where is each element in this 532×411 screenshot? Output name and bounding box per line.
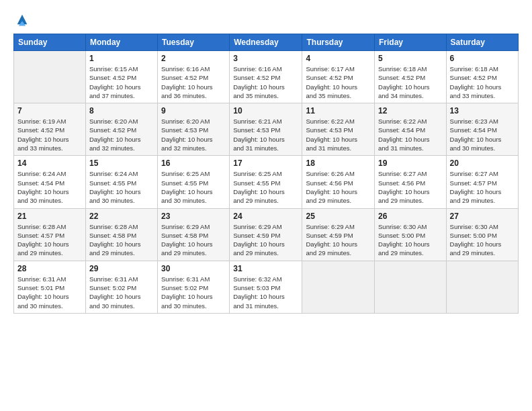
calendar-cell xyxy=(302,261,375,313)
calendar-cell: 30Sunrise: 6:31 AM Sunset: 5:02 PM Dayli… xyxy=(158,261,230,313)
day-number: 10 xyxy=(233,106,298,116)
day-number: 29 xyxy=(89,264,154,273)
calendar-cell: 29Sunrise: 6:31 AM Sunset: 5:02 PM Dayli… xyxy=(85,261,157,313)
day-info: Sunrise: 6:18 AM Sunset: 4:52 PM Dayligh… xyxy=(450,64,515,100)
day-number: 8 xyxy=(89,106,154,116)
day-info: Sunrise: 6:31 AM Sunset: 5:02 PM Dayligh… xyxy=(161,275,226,310)
calendar-cell: 9Sunrise: 6:20 AM Sunset: 4:53 PM Daylig… xyxy=(158,103,230,156)
calendar-cell: 20Sunrise: 6:27 AM Sunset: 4:57 PM Dayli… xyxy=(446,156,518,208)
weekday-header-thursday: Thursday xyxy=(302,34,375,51)
day-number: 6 xyxy=(450,54,515,63)
calendar-cell: 25Sunrise: 6:29 AM Sunset: 4:59 PM Dayli… xyxy=(302,208,375,261)
day-info: Sunrise: 6:22 AM Sunset: 4:53 PM Dayligh… xyxy=(306,117,371,152)
calendar-cell: 14Sunrise: 6:24 AM Sunset: 4:54 PM Dayli… xyxy=(14,156,86,208)
calendar-cell: 27Sunrise: 6:30 AM Sunset: 5:00 PM Dayli… xyxy=(446,208,518,261)
day-info: Sunrise: 6:26 AM Sunset: 4:56 PM Dayligh… xyxy=(306,169,371,205)
day-info: Sunrise: 6:21 AM Sunset: 4:53 PM Dayligh… xyxy=(233,117,298,152)
calendar-cell: 2Sunrise: 6:16 AM Sunset: 4:52 PM Daylig… xyxy=(158,51,230,103)
day-number: 21 xyxy=(17,212,82,221)
day-number: 4 xyxy=(306,54,371,63)
day-number: 14 xyxy=(17,158,82,168)
calendar-cell: 10Sunrise: 6:21 AM Sunset: 4:53 PM Dayli… xyxy=(230,103,302,156)
day-info: Sunrise: 6:15 AM Sunset: 4:52 PM Dayligh… xyxy=(89,64,154,100)
day-number: 7 xyxy=(17,106,82,116)
day-info: Sunrise: 6:20 AM Sunset: 4:53 PM Dayligh… xyxy=(161,117,226,152)
calendar-cell: 12Sunrise: 6:22 AM Sunset: 4:54 PM Dayli… xyxy=(375,103,447,156)
day-info: Sunrise: 6:24 AM Sunset: 4:54 PM Dayligh… xyxy=(17,169,82,205)
calendar-cell: 23Sunrise: 6:29 AM Sunset: 4:58 PM Dayli… xyxy=(158,208,230,261)
calendar-cell xyxy=(446,261,518,313)
day-number: 12 xyxy=(378,106,443,116)
day-info: Sunrise: 6:31 AM Sunset: 5:01 PM Dayligh… xyxy=(17,275,82,310)
calendar-cell: 3Sunrise: 6:16 AM Sunset: 4:52 PM Daylig… xyxy=(230,51,302,103)
calendar-cell: 22Sunrise: 6:28 AM Sunset: 4:58 PM Dayli… xyxy=(85,208,157,261)
day-number: 5 xyxy=(378,54,443,63)
day-number: 11 xyxy=(306,106,371,116)
calendar-cell: 28Sunrise: 6:31 AM Sunset: 5:01 PM Dayli… xyxy=(14,261,86,313)
day-number: 28 xyxy=(17,264,82,273)
day-info: Sunrise: 6:18 AM Sunset: 4:52 PM Dayligh… xyxy=(378,64,443,100)
day-number: 19 xyxy=(378,158,443,168)
day-info: Sunrise: 6:30 AM Sunset: 5:00 PM Dayligh… xyxy=(450,222,515,258)
logo-icon xyxy=(15,12,30,27)
day-info: Sunrise: 6:27 AM Sunset: 4:57 PM Dayligh… xyxy=(450,169,515,205)
day-number: 25 xyxy=(306,212,371,221)
calendar-table: SundayMondayTuesdayWednesdayThursdayFrid… xyxy=(13,34,519,314)
day-number: 2 xyxy=(161,54,226,63)
day-number: 27 xyxy=(450,212,515,221)
weekday-header-sunday: Sunday xyxy=(14,34,86,51)
day-number: 9 xyxy=(161,106,226,116)
weekday-header-wednesday: Wednesday xyxy=(230,34,302,51)
calendar-cell: 26Sunrise: 6:30 AM Sunset: 5:00 PM Dayli… xyxy=(375,208,447,261)
calendar-cell: 18Sunrise: 6:26 AM Sunset: 4:56 PM Dayli… xyxy=(302,156,375,208)
day-number: 1 xyxy=(89,54,154,63)
calendar-cell: 15Sunrise: 6:24 AM Sunset: 4:55 PM Dayli… xyxy=(85,156,157,208)
calendar-cell xyxy=(14,51,86,103)
calendar-cell: 8Sunrise: 6:20 AM Sunset: 4:52 PM Daylig… xyxy=(85,103,157,156)
day-number: 24 xyxy=(233,212,298,221)
calendar-cell: 19Sunrise: 6:27 AM Sunset: 4:56 PM Dayli… xyxy=(375,156,447,208)
calendar-cell: 24Sunrise: 6:29 AM Sunset: 4:59 PM Dayli… xyxy=(230,208,302,261)
day-info: Sunrise: 6:25 AM Sunset: 4:55 PM Dayligh… xyxy=(161,169,226,205)
weekday-header-row: SundayMondayTuesdayWednesdayThursdayFrid… xyxy=(14,34,519,51)
calendar-cell: 31Sunrise: 6:32 AM Sunset: 5:03 PM Dayli… xyxy=(230,261,302,313)
day-info: Sunrise: 6:29 AM Sunset: 4:59 PM Dayligh… xyxy=(306,222,371,258)
calendar-cell: 17Sunrise: 6:25 AM Sunset: 4:55 PM Dayli… xyxy=(230,156,302,208)
calendar-cell: 7Sunrise: 6:19 AM Sunset: 4:52 PM Daylig… xyxy=(14,103,86,156)
day-info: Sunrise: 6:28 AM Sunset: 4:57 PM Dayligh… xyxy=(17,222,82,258)
day-info: Sunrise: 6:22 AM Sunset: 4:54 PM Dayligh… xyxy=(378,117,443,152)
calendar-cell: 21Sunrise: 6:28 AM Sunset: 4:57 PM Dayli… xyxy=(14,208,86,261)
day-info: Sunrise: 6:16 AM Sunset: 4:52 PM Dayligh… xyxy=(233,64,298,100)
calendar-cell: 4Sunrise: 6:17 AM Sunset: 4:52 PM Daylig… xyxy=(302,51,375,103)
page: SundayMondayTuesdayWednesdayThursdayFrid… xyxy=(0,0,532,411)
day-info: Sunrise: 6:32 AM Sunset: 5:03 PM Dayligh… xyxy=(233,275,298,310)
calendar-week-1: 1Sunrise: 6:15 AM Sunset: 4:52 PM Daylig… xyxy=(14,51,519,103)
calendar-cell xyxy=(375,261,447,313)
calendar-cell: 16Sunrise: 6:25 AM Sunset: 4:55 PM Dayli… xyxy=(158,156,230,208)
calendar-cell: 6Sunrise: 6:18 AM Sunset: 4:52 PM Daylig… xyxy=(446,51,518,103)
weekday-header-tuesday: Tuesday xyxy=(158,34,230,51)
day-info: Sunrise: 6:25 AM Sunset: 4:55 PM Dayligh… xyxy=(233,169,298,205)
day-info: Sunrise: 6:30 AM Sunset: 5:00 PM Dayligh… xyxy=(378,222,443,258)
day-number: 13 xyxy=(450,106,515,116)
calendar-week-5: 28Sunrise: 6:31 AM Sunset: 5:01 PM Dayli… xyxy=(14,261,519,313)
day-info: Sunrise: 6:31 AM Sunset: 5:02 PM Dayligh… xyxy=(89,275,154,310)
day-info: Sunrise: 6:24 AM Sunset: 4:55 PM Dayligh… xyxy=(89,169,154,205)
day-number: 31 xyxy=(233,264,298,273)
day-number: 23 xyxy=(161,212,226,221)
day-number: 30 xyxy=(161,264,226,273)
day-number: 17 xyxy=(233,158,298,168)
calendar-week-3: 14Sunrise: 6:24 AM Sunset: 4:54 PM Dayli… xyxy=(14,156,519,208)
calendar-cell: 1Sunrise: 6:15 AM Sunset: 4:52 PM Daylig… xyxy=(85,51,157,103)
day-info: Sunrise: 6:27 AM Sunset: 4:56 PM Dayligh… xyxy=(378,169,443,205)
day-number: 16 xyxy=(161,158,226,168)
calendar-cell: 5Sunrise: 6:18 AM Sunset: 4:52 PM Daylig… xyxy=(375,51,447,103)
day-info: Sunrise: 6:16 AM Sunset: 4:52 PM Dayligh… xyxy=(161,64,226,100)
day-number: 3 xyxy=(233,54,298,63)
day-number: 26 xyxy=(378,212,443,221)
logo xyxy=(13,12,30,27)
calendar-cell: 11Sunrise: 6:22 AM Sunset: 4:53 PM Dayli… xyxy=(302,103,375,156)
header xyxy=(13,12,519,27)
weekday-header-friday: Friday xyxy=(375,34,447,51)
weekday-header-monday: Monday xyxy=(85,34,157,51)
